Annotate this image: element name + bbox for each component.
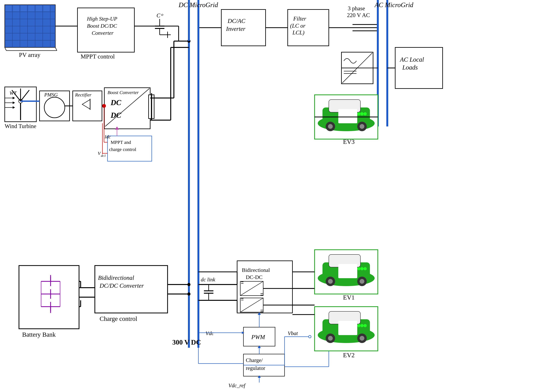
dc-microgrid-label: DC MicroGrid bbox=[178, 1, 218, 8]
svg-point-196 bbox=[364, 267, 367, 270]
three-phase-label: 3 phase bbox=[348, 5, 365, 12]
svg-rect-16 bbox=[13, 6, 19, 11]
svg-text:o: o bbox=[161, 12, 163, 17]
svg-point-75 bbox=[44, 97, 65, 118]
svg-text:Vbat: Vbat bbox=[288, 330, 298, 336]
svg-rect-18 bbox=[28, 6, 34, 11]
svg-text:DC/DC Converter: DC/DC Converter bbox=[99, 282, 144, 289]
svg-rect-181 bbox=[338, 109, 357, 123]
diagram-container: PV array High Step-UP Boost DC/DC Conver… bbox=[0, 0, 549, 392]
svg-point-88 bbox=[102, 104, 106, 108]
svg-text:DC: DC bbox=[111, 98, 121, 107]
svg-text:regulator: regulator bbox=[246, 365, 265, 371]
svg-text:DC-DC: DC-DC bbox=[246, 274, 263, 280]
svg-text:DC/AC: DC/AC bbox=[227, 18, 246, 24]
boost-converter-label: High Step-UP bbox=[87, 16, 117, 22]
svg-text:MPPT and: MPPT and bbox=[111, 140, 131, 145]
svg-text:Loads: Loads bbox=[402, 64, 418, 71]
svg-text:PWM: PWM bbox=[251, 334, 265, 340]
svg-text:charge control: charge control bbox=[109, 147, 136, 152]
svg-text:V: V bbox=[98, 151, 101, 156]
svg-text:dc link: dc link bbox=[201, 277, 215, 282]
svg-point-202 bbox=[328, 336, 333, 341]
svg-rect-86 bbox=[151, 93, 152, 120]
mppt-control-label: MPPT control bbox=[81, 53, 115, 60]
svg-text:Bididirectional: Bididirectional bbox=[98, 274, 134, 281]
pv-array-label: PV array bbox=[19, 51, 40, 58]
svg-text:Converter: Converter bbox=[92, 30, 114, 36]
svg-text:Rectifier: Rectifier bbox=[75, 92, 92, 97]
pv-array bbox=[5, 5, 57, 51]
svg-text:Boost DC/DC: Boost DC/DC bbox=[87, 23, 117, 29]
svg-text:Vdc: Vdc bbox=[205, 330, 214, 336]
svg-point-180 bbox=[360, 124, 364, 129]
svg-point-182 bbox=[357, 112, 360, 115]
svg-rect-17 bbox=[21, 6, 27, 11]
svg-text:AC Local: AC Local bbox=[400, 56, 424, 63]
svg-text:Filter: Filter bbox=[293, 15, 306, 22]
battery-bank-label: Battery Bank bbox=[22, 331, 56, 338]
svg-rect-15 bbox=[6, 6, 12, 11]
svg-rect-20 bbox=[43, 6, 49, 11]
svg-point-190 bbox=[328, 279, 333, 284]
svg-point-211 bbox=[187, 283, 190, 286]
svg-point-204 bbox=[360, 336, 364, 341]
svg-text:Charge/: Charge/ bbox=[246, 357, 263, 363]
svg-text:Bidirectional: Bidirectional bbox=[242, 267, 270, 273]
svg-text:220 V AC: 220 V AC bbox=[347, 12, 370, 18]
svg-text:dc1: dc1 bbox=[101, 154, 106, 158]
svg-line-12 bbox=[5, 47, 6, 51]
svg-point-208 bbox=[364, 324, 367, 327]
svg-point-207 bbox=[360, 324, 364, 327]
svg-text:LCL): LCL) bbox=[292, 29, 304, 36]
svg-rect-19 bbox=[36, 6, 42, 11]
svg-text:Idc: Idc bbox=[105, 134, 111, 139]
svg-point-178 bbox=[328, 124, 333, 129]
svg-point-206 bbox=[357, 324, 360, 327]
svg-text:PMSG: PMSG bbox=[44, 92, 58, 98]
bidirectional-dc-dc-box bbox=[95, 266, 168, 313]
svg-text:Vdc_ref: Vdc_ref bbox=[228, 383, 246, 388]
svg-text:C: C bbox=[156, 12, 161, 19]
voltage-label: 300 V DC bbox=[172, 338, 201, 346]
svg-point-183 bbox=[360, 112, 364, 115]
svg-rect-205 bbox=[338, 321, 357, 335]
ac-microgrid-label: AC MicroGrid bbox=[374, 1, 414, 8]
svg-point-195 bbox=[360, 267, 364, 270]
svg-text:(LC or: (LC or bbox=[290, 23, 306, 29]
svg-rect-193 bbox=[338, 264, 357, 278]
svg-point-167 bbox=[309, 336, 311, 338]
svg-point-194 bbox=[357, 267, 360, 270]
svg-text:Inverter: Inverter bbox=[226, 25, 246, 32]
svg-line-13 bbox=[55, 47, 57, 51]
charge-control-label: Charge control bbox=[100, 315, 137, 322]
ev2-label: EV2 bbox=[343, 351, 355, 359]
ev1-label: EV1 bbox=[343, 294, 355, 301]
svg-text:DC: DC bbox=[111, 111, 121, 119]
svg-point-192 bbox=[360, 279, 364, 284]
svg-point-184 bbox=[364, 112, 367, 115]
battery-bank-box bbox=[19, 266, 79, 329]
svg-text:Boost Converter: Boost Converter bbox=[107, 90, 139, 95]
svg-point-212 bbox=[187, 292, 190, 296]
wind-turbine-label: Wind Turbine bbox=[5, 123, 36, 129]
ev3-label: EV3 bbox=[343, 138, 355, 145]
